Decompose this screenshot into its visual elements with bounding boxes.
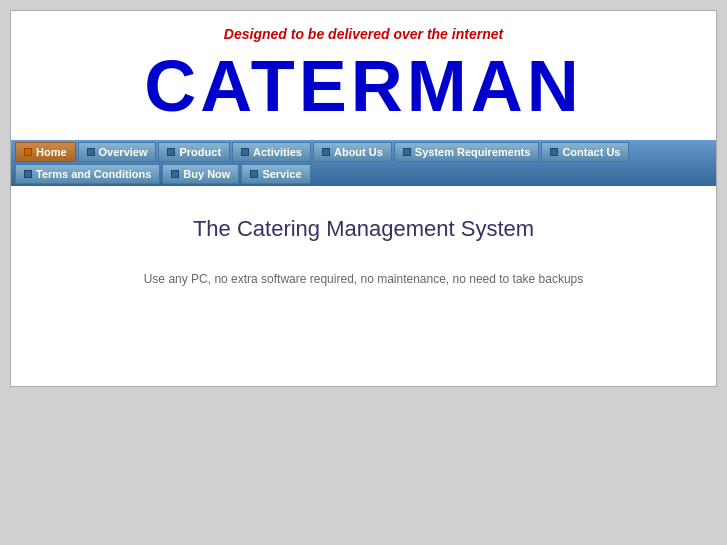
nav-item-service[interactable]: Service [241,164,310,184]
nav-label-overview: Overview [99,146,148,158]
nav-label-activities: Activities [253,146,302,158]
nav-item-about[interactable]: About Us [313,142,392,162]
nav-icon-activities [241,148,249,156]
nav-icon-service [250,170,258,178]
nav-item-overview[interactable]: Overview [78,142,157,162]
nav-row-1: Home Overview Product Activities About U… [15,142,712,162]
nav-row-2: Terms and Conditions Buy Now Service [15,164,712,184]
nav-item-terms[interactable]: Terms and Conditions [15,164,160,184]
content-area: The Catering Management System Use any P… [11,186,716,386]
nav-item-product[interactable]: Product [158,142,230,162]
brand-title: CATERMAN [31,50,696,122]
nav-item-activities[interactable]: Activities [232,142,311,162]
tagline: Designed to be delivered over the intern… [31,26,696,42]
nav-label-product: Product [179,146,221,158]
nav-icon-home [24,148,32,156]
main-heading: The Catering Management System [31,216,696,242]
nav-icon-overview [87,148,95,156]
nav-icon-sysreq [403,148,411,156]
nav-label-buynow: Buy Now [183,168,230,180]
nav-label-sysreq: System Requirements [415,146,531,158]
nav-label-about: About Us [334,146,383,158]
nav-label-contact: Contact Us [562,146,620,158]
header-area: Designed to be delivered over the intern… [11,11,716,140]
nav-item-contact[interactable]: Contact Us [541,142,629,162]
nav-icon-contact [550,148,558,156]
nav-item-buynow[interactable]: Buy Now [162,164,239,184]
nav-icon-product [167,148,175,156]
nav-icon-buynow [171,170,179,178]
nav-bar: Home Overview Product Activities About U… [11,140,716,186]
nav-item-home[interactable]: Home [15,142,76,162]
nav-label-terms: Terms and Conditions [36,168,151,180]
nav-label-service: Service [262,168,301,180]
inner-container: Designed to be delivered over the intern… [10,10,717,387]
nav-item-sysreq[interactable]: System Requirements [394,142,540,162]
nav-icon-about [322,148,330,156]
sub-text: Use any PC, no extra software required, … [31,272,696,286]
nav-icon-terms [24,170,32,178]
nav-label-home: Home [36,146,67,158]
outer-container: Designed to be delivered over the intern… [0,0,727,397]
